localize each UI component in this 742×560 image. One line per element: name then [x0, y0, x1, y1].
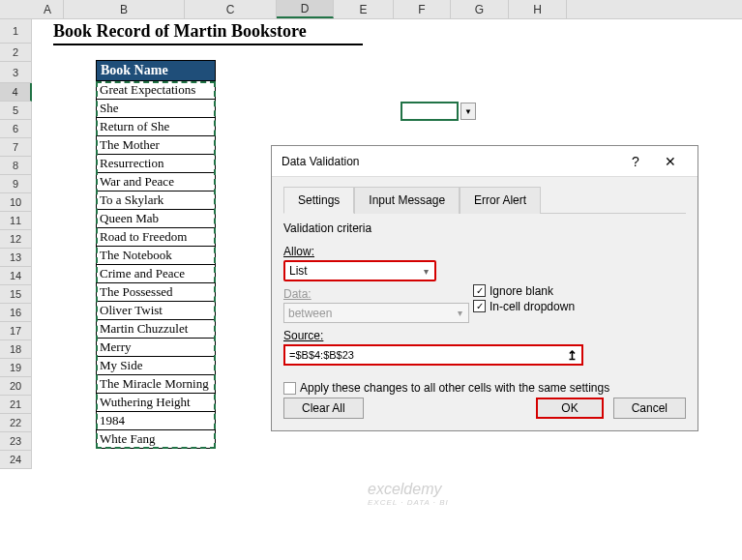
table-row[interactable]: 1984: [96, 412, 216, 430]
ok-button[interactable]: OK: [536, 398, 603, 419]
allow-value: List: [289, 264, 308, 278]
row-header-3[interactable]: 3: [0, 62, 32, 83]
row-header-7[interactable]: 7: [0, 138, 32, 157]
table-header-bookname[interactable]: Book Name: [96, 60, 216, 81]
close-icon[interactable]: ✕: [653, 148, 688, 175]
table-row[interactable]: Martin Chuzzulet: [96, 320, 216, 339]
dialog-titlebar[interactable]: Data Validation ? ✕: [272, 146, 697, 177]
tab-settings[interactable]: Settings: [283, 187, 354, 214]
row-header-5[interactable]: 5: [0, 102, 32, 120]
incell-label: In-cell dropdown: [490, 300, 575, 313]
table-row[interactable]: Oliver Twist: [96, 302, 216, 320]
tab-error-alert[interactable]: Error Alert: [460, 187, 541, 214]
cancel-button[interactable]: Cancel: [613, 398, 686, 419]
row-header-9[interactable]: 9: [0, 175, 32, 193]
row-header-23[interactable]: 23: [0, 432, 32, 451]
book-list: Great ExpectationsSheReturn of SheThe Mo…: [96, 81, 216, 449]
row-header-6[interactable]: 6: [0, 120, 32, 138]
ignore-blank-checkbox[interactable]: ✓ Ignore blank: [473, 284, 686, 298]
table-row[interactable]: Queen Mab: [96, 210, 216, 228]
row-header-19[interactable]: 19: [0, 359, 32, 377]
table-row[interactable]: Crime and Peace: [96, 265, 216, 283]
col-header-E[interactable]: E: [334, 0, 394, 18]
table-row[interactable]: Resurrection: [96, 155, 216, 173]
table-row[interactable]: The Possessed: [96, 283, 216, 302]
check-icon: ✓: [473, 300, 486, 312]
col-header-H[interactable]: H: [509, 0, 567, 18]
table-row[interactable]: She: [96, 100, 216, 118]
row-header-24[interactable]: 24: [0, 451, 32, 469]
row-header-15[interactable]: 15: [0, 285, 32, 304]
table-row[interactable]: Great Expectations: [96, 81, 216, 100]
row-header-12[interactable]: 12: [0, 230, 32, 249]
active-cell-D4[interactable]: [401, 102, 459, 121]
row-header-2[interactable]: 2: [0, 44, 32, 62]
row-header-10[interactable]: 10: [0, 193, 32, 212]
row-header-20[interactable]: 20: [0, 377, 32, 396]
col-header-C[interactable]: C: [185, 0, 277, 18]
col-header-A[interactable]: A: [32, 0, 64, 18]
data-value: between: [288, 307, 332, 320]
watermark-main: exceldemy: [368, 481, 449, 498]
row-header-16[interactable]: 16: [0, 304, 32, 322]
checkbox-empty-icon: [283, 382, 296, 395]
incell-dropdown-checkbox[interactable]: ✓ In-cell dropdown: [473, 300, 686, 313]
row-header-1[interactable]: 1: [0, 19, 32, 44]
row-header-17[interactable]: 17: [0, 322, 32, 340]
source-value: =$B$4:$B$23: [289, 349, 354, 361]
table-row[interactable]: The Miracle Morning: [96, 375, 216, 394]
tab-input-message[interactable]: Input Message: [354, 187, 460, 214]
col-header-B[interactable]: B: [64, 0, 185, 18]
table-row[interactable]: To a Skylark: [96, 192, 216, 210]
table-row[interactable]: Return of She: [96, 118, 216, 136]
row-headers: 1 2 3 4 5 6 7 8 9 10 11 12 13 14 15 16 1…: [0, 19, 32, 469]
table-row[interactable]: Wuthering Height: [96, 394, 216, 412]
col-header-D[interactable]: D: [277, 0, 334, 18]
ignore-blank-label: Ignore blank: [490, 284, 553, 298]
source-input[interactable]: =$B$4:$B$23: [283, 344, 583, 366]
table-row[interactable]: My Side: [96, 357, 216, 375]
row-header-8[interactable]: 8: [0, 157, 32, 175]
row-header-13[interactable]: 13: [0, 249, 32, 267]
col-header-G[interactable]: G: [451, 0, 509, 18]
row-header-21[interactable]: 21: [0, 396, 32, 414]
page-title[interactable]: Book Record of Martin Bookstore: [53, 19, 363, 45]
watermark-sub: EXCEL · DATA · BI: [368, 498, 449, 507]
dialog-title: Data Validation: [282, 155, 618, 168]
check-icon: ✓: [473, 284, 486, 297]
data-select: between: [283, 303, 469, 323]
row-header-18[interactable]: 18: [0, 340, 32, 359]
allow-label: Allow:: [283, 245, 458, 258]
table-row[interactable]: War and Peace: [96, 173, 216, 192]
apply-label: Apply these changes to all other cells w…: [300, 381, 609, 395]
allow-select[interactable]: List: [283, 260, 436, 281]
help-icon[interactable]: ?: [618, 148, 653, 175]
clear-all-button[interactable]: Clear All: [283, 398, 364, 419]
data-label: Data:: [283, 287, 458, 301]
row-header-11[interactable]: 11: [0, 212, 32, 230]
watermark: exceldemy EXCEL · DATA · BI: [368, 481, 449, 507]
dialog-tabs: Settings Input Message Error Alert: [283, 187, 686, 214]
row-header-22[interactable]: 22: [0, 414, 32, 432]
row-header-4[interactable]: 4: [0, 83, 32, 102]
apply-to-cells-checkbox[interactable]: Apply these changes to all other cells w…: [283, 381, 686, 395]
source-label: Source:: [283, 329, 458, 342]
table-row[interactable]: The Notebook: [96, 247, 216, 265]
col-header-F[interactable]: F: [394, 0, 451, 18]
row-header-14[interactable]: 14: [0, 267, 32, 285]
table-row[interactable]: The Mother: [96, 136, 216, 155]
table-row[interactable]: Road to Freedom: [96, 228, 216, 247]
data-validation-dialog: Data Validation ? ✕ Settings Input Messa…: [271, 145, 698, 431]
table-row[interactable]: Whte Fang: [96, 430, 216, 449]
criteria-label: Validation criteria: [283, 221, 686, 235]
table-row[interactable]: Merry: [96, 339, 216, 357]
dropdown-handle-icon[interactable]: ▼: [460, 103, 476, 120]
column-headers: A B C D E F G H: [0, 0, 742, 19]
